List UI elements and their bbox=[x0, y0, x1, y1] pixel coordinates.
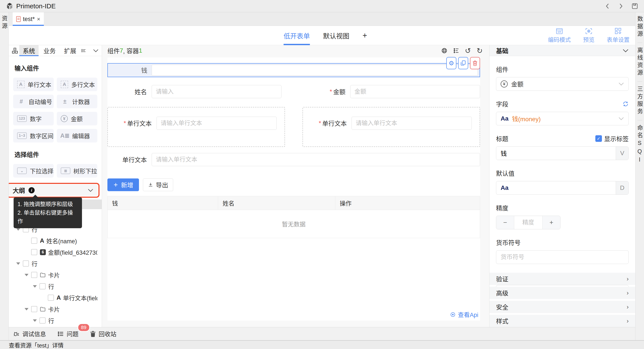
thirdparty-service-edge-tab[interactable]: 三方服务 bbox=[636, 86, 644, 116]
preview-button[interactable]: 预览 bbox=[583, 28, 594, 44]
default-value-dynamic-button[interactable]: D bbox=[616, 181, 628, 194]
undo-icon[interactable]: ↺ bbox=[465, 46, 471, 55]
section-style[interactable]: 样式 › bbox=[490, 315, 635, 327]
palette-item-number-range[interactable]: 1~3 数字区间 bbox=[13, 129, 54, 142]
card1-text-field-input[interactable] bbox=[156, 117, 277, 130]
tree-checkbox[interactable] bbox=[23, 260, 29, 266]
tree-row-amount-field[interactable]: 6 金额(field_63427305) bbox=[13, 246, 97, 258]
field-settings-button[interactable]: ⚙ bbox=[446, 57, 456, 69]
tree-row-singletext-field[interactable]: A 单行文本(field_391 bbox=[13, 292, 97, 304]
card2-text-field[interactable]: * 单行文本 bbox=[303, 117, 472, 130]
name-field-input[interactable] bbox=[152, 85, 282, 98]
problems-button[interactable]: 问题 89 bbox=[58, 330, 78, 338]
name-field[interactable]: 姓名 bbox=[108, 85, 282, 98]
resources-edge-tab[interactable]: 资源 bbox=[0, 15, 8, 30]
palette-item-counter[interactable]: ± 计数器 bbox=[57, 95, 97, 108]
outline-tree-icon[interactable] bbox=[453, 48, 459, 54]
field-copy-button[interactable] bbox=[458, 57, 468, 69]
save-icon[interactable] bbox=[631, 3, 638, 10]
palette-item-single-line-text[interactable]: A 单行文本 bbox=[13, 78, 54, 91]
redo-icon[interactable]: ↻ bbox=[476, 46, 483, 55]
card2-text-field-input[interactable] bbox=[352, 117, 472, 130]
palette-tab-system[interactable]: 系统 bbox=[19, 45, 38, 56]
column-header-name[interactable]: 姓名 bbox=[218, 196, 335, 210]
outline-collapse-chevron-icon[interactable] bbox=[88, 188, 94, 192]
debug-info-button[interactable]: 调试信息 bbox=[13, 330, 46, 338]
caret-down-icon[interactable] bbox=[33, 320, 37, 322]
caret-down-icon[interactable] bbox=[33, 285, 37, 288]
add-view-button[interactable]: + bbox=[362, 31, 367, 40]
component-library-icon[interactable] bbox=[12, 48, 18, 54]
palette-tab-business[interactable]: 业务 bbox=[40, 45, 59, 56]
tree-row-name-field[interactable]: A 姓名(name) bbox=[13, 235, 97, 246]
component-type-select[interactable]: ¥ 金额 bbox=[496, 77, 629, 91]
datasource-edge-tab[interactable]: 数据源 bbox=[636, 16, 644, 38]
amount-field-input[interactable] bbox=[350, 85, 480, 98]
close-tab-icon[interactable]: × bbox=[37, 16, 40, 22]
globe-icon[interactable] bbox=[441, 48, 448, 54]
single-text-field[interactable]: 单行文本 bbox=[108, 153, 480, 166]
column-header-money[interactable]: 钱 bbox=[108, 196, 218, 210]
tree-checkbox[interactable] bbox=[40, 318, 46, 324]
recycle-bin-button[interactable]: 回收站 bbox=[90, 330, 116, 338]
field-delete-button[interactable] bbox=[470, 57, 480, 69]
palette-item-multi-line-text[interactable]: A 多行文本 bbox=[57, 78, 97, 91]
palette-item-editor[interactable]: A≣ 编辑器 bbox=[57, 129, 97, 142]
section-advanced[interactable]: 高级 › bbox=[490, 287, 635, 299]
tree-checkbox[interactable] bbox=[31, 249, 37, 255]
tree-row-card1[interactable]: 卡片 bbox=[13, 269, 97, 280]
tree-row-row2[interactable]: 行 bbox=[13, 258, 97, 269]
palette-item-money[interactable]: ¥ 金额 bbox=[57, 112, 97, 126]
tree-checkbox[interactable] bbox=[31, 238, 37, 244]
card-container-1[interactable]: * 单行文本 bbox=[108, 107, 285, 147]
tab-default-view[interactable]: 默认视图 bbox=[323, 26, 350, 45]
palette-collapse-chevron-icon[interactable] bbox=[93, 49, 99, 52]
caret-down-icon[interactable] bbox=[24, 274, 28, 276]
amount-field[interactable]: * 金额 bbox=[306, 85, 480, 98]
tree-checkbox[interactable] bbox=[31, 272, 37, 278]
code-mode-button[interactable]: 编码模式 bbox=[548, 28, 571, 44]
show-label-checkbox[interactable]: ✓ bbox=[595, 135, 602, 142]
title-input[interactable] bbox=[496, 147, 616, 160]
named-sql-edge-tab[interactable]: 命名SQl bbox=[636, 125, 644, 165]
title-variable-button[interactable]: V bbox=[616, 147, 628, 160]
precision-decrease-button[interactable]: − bbox=[496, 216, 514, 229]
card1-text-field[interactable]: * 单行文本 bbox=[108, 117, 277, 130]
back-icon[interactable] bbox=[604, 3, 610, 10]
tree-row-row3[interactable]: 行 bbox=[13, 280, 97, 292]
tab-lowcode-form[interactable]: 低开表单 bbox=[284, 26, 310, 45]
palette-item-number[interactable]: 123 数字 bbox=[13, 112, 54, 126]
palette-tab-extension[interactable]: 扩展 bbox=[60, 45, 80, 56]
caret-down-icon[interactable] bbox=[16, 228, 20, 230]
offline-resource-edge-tab[interactable]: 离线资源 bbox=[636, 47, 644, 77]
section-validation[interactable]: 验证 › bbox=[490, 273, 635, 285]
single-text-field-input[interactable] bbox=[152, 153, 480, 166]
refresh-field-icon[interactable] bbox=[622, 101, 629, 107]
palette-item-dropdown[interactable]: ⌄ 下拉选择 bbox=[13, 164, 54, 178]
caret-down-icon[interactable] bbox=[24, 308, 28, 310]
tree-checkbox[interactable] bbox=[31, 306, 37, 312]
forward-icon[interactable] bbox=[618, 3, 624, 10]
inspector-collapse-chevron-icon[interactable] bbox=[622, 49, 629, 52]
precision-increase-button[interactable]: + bbox=[542, 216, 560, 229]
card-container-2[interactable]: * 单行文本 bbox=[302, 107, 480, 147]
inspector-header[interactable]: 基础 bbox=[490, 45, 635, 56]
info-icon[interactable]: i bbox=[28, 187, 35, 193]
money-field-input[interactable] bbox=[152, 65, 478, 76]
tree-row-card2[interactable]: 卡片 bbox=[13, 304, 97, 315]
column-header-actions[interactable]: 操作 bbox=[335, 196, 480, 210]
field-binding-select[interactable]: Aa 钱(money) bbox=[496, 112, 629, 126]
section-security[interactable]: 安全 › bbox=[490, 301, 635, 313]
palette-item-tree-dropdown[interactable]: ≣ 树形下拉 bbox=[57, 164, 97, 178]
add-row-button[interactable]: 新增 bbox=[108, 178, 139, 191]
selected-money-field[interactable]: 钱 ⚙ bbox=[108, 63, 480, 77]
caret-down-icon[interactable] bbox=[16, 262, 20, 265]
currency-symbol-input[interactable] bbox=[496, 250, 629, 264]
export-button[interactable]: 导出 bbox=[143, 178, 173, 191]
outline-header[interactable]: 大纲 i bbox=[9, 184, 98, 196]
view-api-link[interactable]: 查看Api bbox=[450, 310, 478, 319]
file-tab-test[interactable]: test* × bbox=[13, 12, 44, 26]
precision-input[interactable] bbox=[514, 216, 542, 229]
palette-item-auto-number[interactable]: # 自动编号 bbox=[13, 95, 54, 108]
form-settings-button[interactable]: 表单设置 bbox=[607, 28, 630, 44]
